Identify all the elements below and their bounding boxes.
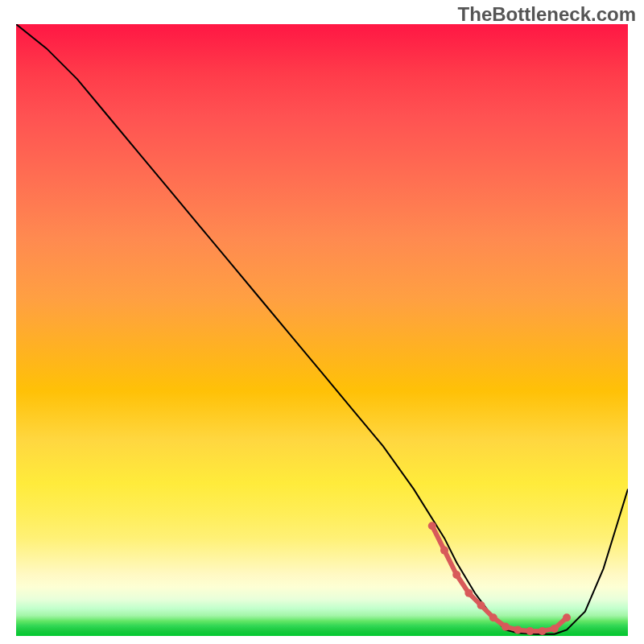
watermark-text: TheBottleneck.com — [458, 3, 636, 26]
curve-line — [16, 24, 628, 634]
plot-area — [16, 24, 628, 636]
highlight-markers — [428, 522, 571, 635]
curve-svg — [16, 24, 628, 636]
svg-point-22 — [563, 613, 571, 621]
svg-line-3 — [444, 551, 456, 575]
